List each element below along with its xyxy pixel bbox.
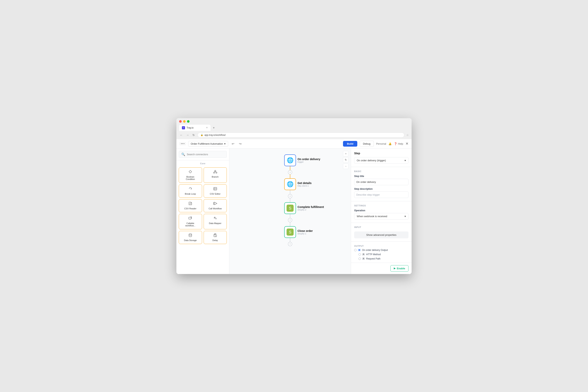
globe-icon-2: 🌐	[287, 181, 294, 188]
traffic-light-yellow[interactable]	[183, 120, 186, 123]
add-step-button-2[interactable]: +	[288, 194, 292, 198]
bookmark-button[interactable]: ☆	[406, 134, 409, 136]
step-panel-title: Step	[354, 152, 408, 155]
app-content: Order Fulfillment Automation ▾ ↩ ↪ Build…	[176, 139, 412, 274]
data-storage-icon	[188, 234, 192, 238]
operation-dropdown[interactable]: When webhook is received ▾	[354, 213, 408, 220]
refresh-canvas-button[interactable]: ↻	[343, 157, 348, 163]
input-section: INPUT Show advanced properties	[351, 223, 412, 242]
refresh-button[interactable]: ↻	[192, 133, 196, 137]
connector-call-workflow[interactable]: Call Workflow	[204, 199, 227, 212]
output-radio-3[interactable]	[358, 258, 361, 260]
step-dropdown[interactable]: On order delivery (trigger) ▾	[354, 157, 408, 164]
output-item-request-path[interactable]: A Request Path	[358, 256, 408, 261]
debug-button[interactable]: Debug	[360, 141, 374, 147]
step-card-shopify-2[interactable]: S	[284, 202, 296, 214]
right-panel: Step On order delivery (trigger) ▾ BASIC…	[351, 148, 412, 274]
connector-boolean-condition[interactable]: BooleanCondition	[179, 168, 202, 183]
workflow-selector[interactable]: Order Fulfillment Automation ▾	[188, 141, 228, 146]
connector-csv-editor-label: CSV Editor	[210, 193, 220, 195]
zoom-out-button[interactable]: －	[343, 164, 348, 169]
step-card-trigger[interactable]: 🌐	[284, 154, 296, 166]
search-input[interactable]	[187, 153, 224, 156]
connector-callable-workflow-label: Callableworkflow...	[186, 222, 196, 227]
step-card-shopify-1[interactable]: S	[284, 226, 296, 238]
step-description-input[interactable]	[354, 192, 408, 198]
step-card-http[interactable]: 🌐	[284, 178, 296, 190]
output-label-delivery: On order delivery Output	[362, 249, 388, 252]
workflow-step-1: 🌐 On order delivery trigger	[284, 154, 296, 166]
connector-break-loop-label: Break Loop	[185, 193, 196, 195]
redo-button[interactable]: ↪	[238, 141, 243, 146]
output-radio-1[interactable]	[354, 249, 356, 251]
connector-call-workflow-label: Call Workflow	[208, 207, 222, 210]
build-button[interactable]: Build	[343, 141, 357, 146]
connector-line-2	[290, 190, 290, 194]
step-3-title: Complete fulfillment	[298, 206, 324, 208]
connectors-grid: BooleanCondition Branch	[176, 166, 229, 246]
step-dropdown-chevron: ▾	[404, 159, 406, 162]
step-2-subtitle: http-client-1	[298, 185, 312, 187]
browser-tab[interactable]: T Tray.io ✕	[179, 125, 210, 131]
tab-close-button[interactable]: ✕	[206, 126, 208, 129]
step-4-subtitle: shopify-1	[298, 232, 313, 235]
connector-csv-reader[interactable]: CSV Reader	[179, 199, 202, 212]
connector-data-storage[interactable]: Data Storage	[179, 231, 202, 244]
toolbar-menu-button[interactable]	[180, 142, 186, 145]
core-section-label: Core	[176, 160, 229, 166]
connector-callable-workflow[interactable]: Callableworkflow...	[179, 214, 202, 229]
connector-branch-label: Branch	[212, 176, 218, 178]
svg-text:S: S	[289, 206, 291, 210]
workflow-canvas[interactable]: ＋ ↻ － 🌐 On order delivery trigge	[229, 148, 351, 274]
connector-data-mapper[interactable]: Data Mapper	[204, 214, 227, 229]
help-button[interactable]: ❓ Help	[394, 142, 403, 145]
settings-section: SETTINGS Operation When webhook is recei…	[351, 201, 412, 223]
output-badge-grid: ⊞	[358, 249, 361, 251]
advanced-properties-button[interactable]: Show advanced properties	[354, 232, 408, 238]
workflow-step-3: S Complete fulfillment shopify-2	[284, 202, 296, 214]
call-workflow-icon	[213, 202, 217, 206]
undo-button[interactable]: ↩	[230, 141, 236, 146]
enable-button[interactable]: ▶ Enable	[390, 265, 408, 272]
step-title-input[interactable]	[354, 179, 408, 185]
connector-data-storage-label: Data Storage	[184, 239, 197, 242]
add-step-button-1[interactable]: +	[288, 170, 292, 174]
add-step-button-4[interactable]: +	[288, 242, 292, 246]
step-title-label: Step title	[354, 175, 408, 178]
svg-point-0	[214, 170, 216, 172]
connector-line-3b	[290, 222, 290, 226]
zoom-in-button[interactable]: ＋	[343, 151, 348, 156]
svg-rect-5	[214, 188, 217, 190]
traffic-light-green[interactable]	[187, 120, 190, 123]
basic-label: BASIC	[354, 170, 408, 172]
connector-delay[interactable]: Delay	[204, 231, 227, 244]
app-toolbar: Order Fulfillment Automation ▾ ↩ ↪ Build…	[176, 139, 412, 148]
output-radio-2[interactable]	[358, 253, 361, 256]
browser-window: T Tray.io ✕ + ← → ↻ 🔒 app.tray.io/workfl…	[176, 118, 412, 274]
svg-line-3	[214, 172, 215, 172]
output-item-delivery[interactable]: ⊞ On order delivery Output	[354, 248, 408, 252]
back-button[interactable]: ←	[179, 133, 184, 137]
svg-text:S: S	[289, 230, 291, 234]
workflow-name: Order Fulfillment Automation	[191, 142, 223, 145]
traffic-lights	[179, 120, 409, 125]
output-item-http-method[interactable]: A HTTP Method	[358, 252, 408, 256]
connector-break-loop[interactable]: Break Loop	[179, 184, 202, 198]
new-tab-button[interactable]: +	[212, 125, 216, 130]
connector-csv-editor[interactable]: CSV Editor	[204, 184, 227, 198]
connector-line-1b	[290, 174, 290, 178]
step-1-subtitle: trigger	[298, 161, 320, 163]
enable-label: Enable	[397, 267, 405, 270]
connector-branch[interactable]: Branch	[204, 168, 227, 183]
traffic-light-red[interactable]	[179, 120, 182, 123]
callable-workflow-icon	[188, 216, 192, 221]
operation-label: Operation	[354, 209, 408, 212]
step-2-title: Get details	[298, 182, 312, 185]
add-step-button-3[interactable]: +	[288, 218, 292, 222]
connector-boolean-condition-label: BooleanCondition	[186, 176, 195, 180]
address-bar[interactable]: 🔒 app.tray.io/workflow/	[198, 132, 404, 138]
search-icon: 🔍	[181, 152, 185, 156]
forward-button[interactable]: →	[186, 133, 190, 137]
close-button[interactable]: ✕	[406, 142, 408, 146]
step-3-subtitle: shopify-2	[298, 208, 324, 211]
